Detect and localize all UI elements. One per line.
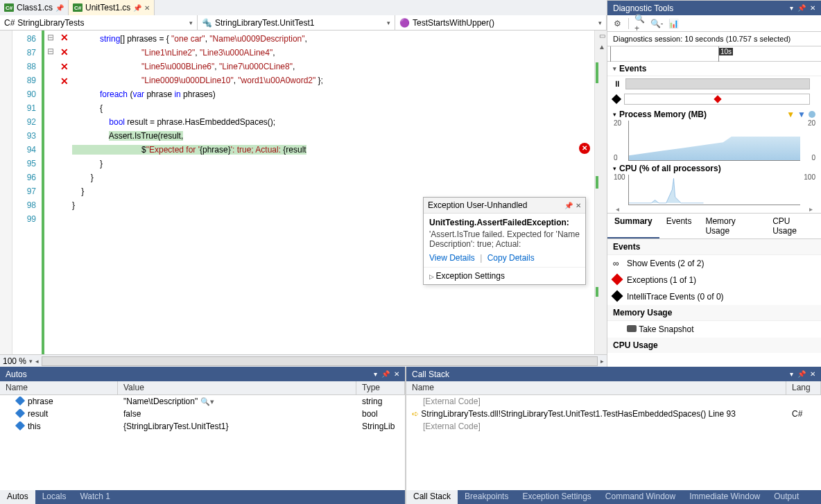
code-editor[interactable]: 8687888990919293949596979899 ⊟ ⊟ ✕ ✕ ✕✕ … [0, 31, 607, 354]
tab-breakpoints[interactable]: Breakpoints [458, 490, 515, 504]
horizontal-scrollbar[interactable] [42, 356, 598, 366]
take-snapshot-button[interactable]: Take Snapshot [607, 321, 821, 338]
scroll-right-icon[interactable]: ▸ [809, 205, 813, 213]
scroll-right-icon[interactable]: ▸ [600, 358, 604, 365]
col-name[interactable]: Name [406, 381, 786, 394]
events-icon: ∞ [613, 259, 621, 267]
csharp-icon: C# [73, 3, 83, 12]
pause-icon: ⏸ [613, 79, 621, 89]
window-position-icon[interactable]: ▾ [374, 370, 377, 378]
vertical-scrollbar[interactable]: ▭ ▲ [594, 31, 607, 354]
exceptions-link[interactable]: Exceptions (1 of 1) [607, 272, 821, 288]
tab-unittest1[interactable]: C# UnitTest1.cs 📌 ✕ [69, 0, 155, 15]
chevron-down-icon: ▾ [387, 19, 390, 26]
gear-icon[interactable]: ⚙ [612, 18, 623, 29]
col-type[interactable]: Type [356, 381, 405, 394]
memory-chart[interactable]: 20 0 20 0 [628, 121, 800, 161]
change-indicator [596, 287, 598, 297]
view-details-link[interactable]: View Details [429, 253, 475, 263]
tab-command-window[interactable]: Command Window [598, 490, 682, 504]
diag-tab-memory-usage[interactable]: Memory Usage [698, 214, 766, 238]
chevron-down-icon[interactable]: ▾ [29, 358, 33, 365]
stack-frame[interactable]: [External Code] [406, 395, 821, 408]
cpu-header: CPU Usage [607, 338, 821, 353]
window-position-icon[interactable]: ▾ [790, 370, 793, 378]
pin-icon[interactable]: 📌 [133, 4, 141, 12]
diag-tab-summary[interactable]: Summary [607, 214, 659, 238]
autos-columns: Name Value Type [0, 381, 405, 395]
variable-row[interactable]: this{StringLibraryTest.UnitTest1}StringL… [0, 420, 405, 433]
close-icon[interactable]: ✕ [144, 4, 150, 12]
events-section-header[interactable]: Events [607, 62, 821, 76]
show-events-link[interactable]: ∞Show Events (2 of 2) [607, 255, 821, 272]
pin-icon[interactable]: 📌 [564, 202, 573, 209]
snapshot-icon: ▼ [797, 110, 806, 119]
session-info: Diagnostics session: 10 seconds (10.757 … [607, 32, 821, 46]
close-icon[interactable]: ✕ [394, 370, 399, 378]
window-position-icon[interactable]: ▾ [790, 4, 793, 12]
reset-zoom-icon[interactable]: 📊 [668, 18, 679, 29]
close-icon[interactable]: ✕ [810, 370, 815, 378]
namespace-dropdown[interactable]: C# StringLibraryTests ▾ [0, 15, 198, 30]
dropdown-label: StringLibraryTests [17, 18, 84, 28]
close-icon[interactable]: ✕ [576, 202, 581, 209]
stack-frame[interactable]: [External Code] [406, 420, 821, 433]
error-icon[interactable]: ✕ [579, 143, 590, 154]
method-dropdown[interactable]: 🟣 TestStartsWithUpper() ▾ [395, 15, 607, 30]
stack-frame[interactable]: ➪ StringLibraryTests.dll!StringLibraryTe… [406, 408, 821, 420]
zoom-in-icon[interactable]: 🔍+ [634, 18, 646, 29]
tab-locals[interactable]: Locals [35, 490, 74, 504]
zoom-out-icon[interactable]: 🔍- [651, 18, 662, 29]
event-lane-intellitrace[interactable] [607, 92, 821, 107]
chevron-down-icon: ▾ [598, 19, 602, 26]
class-icon: 🔩 [202, 18, 212, 28]
outlining-margin[interactable]: ⊟ ⊟ [44, 31, 57, 354]
exception-settings-expander[interactable]: ▷ Exception Settings [424, 267, 585, 284]
timeline-ruler[interactable]: 10s [607, 46, 821, 62]
tab-output[interactable]: Output [767, 490, 806, 504]
scroll-left-icon[interactable]: ◂ [616, 205, 619, 213]
callstack-columns: Name Lang [406, 381, 821, 395]
autos-tabs: AutosLocalsWatch 1 [0, 490, 405, 504]
col-name[interactable]: Name [0, 381, 118, 394]
code-text[interactable]: string[] phrases = { "one car", "Name\u0… [72, 31, 594, 354]
tab-label: UnitTest1.cs [85, 3, 130, 12]
diagnostic-tools-panel: Diagnostic Tools ▾ 📌 ✕ ⚙ 🔍+ 🔍- 📊 Diagnos… [607, 0, 821, 367]
chevron-down-icon: ▾ [189, 19, 193, 26]
cpu-chart[interactable]: 100 100 [628, 175, 800, 205]
tab-class1[interactable]: C# Class1.cs 📌 [0, 0, 69, 15]
zoom-level[interactable]: 100 % [3, 356, 26, 366]
autos-grid[interactable]: phrase"Name\tDescription" 🔍▾stringresult… [0, 395, 405, 490]
tab-call-stack[interactable]: Call Stack [406, 490, 458, 504]
pin-icon[interactable]: 📌 [797, 4, 806, 12]
diag-tab-cpu-usage[interactable]: CPU Usage [766, 214, 821, 238]
scroll-up-icon[interactable]: ▲ [598, 43, 605, 51]
cpu-section-header[interactable]: CPU (% of all processors) [619, 164, 815, 173]
breakpoint-margin[interactable]: ✕ ✕ ✕✕ [57, 31, 72, 354]
intellitrace-link[interactable]: IntelliTrace Events (0 of 0) [607, 288, 821, 305]
pin-icon[interactable]: 📌 [797, 370, 806, 378]
pin-icon[interactable]: 📌 [381, 370, 390, 378]
tab-label: Class1.cs [17, 3, 53, 12]
diag-tab-events[interactable]: Events [659, 214, 699, 238]
tab-watch-1[interactable]: Watch 1 [73, 490, 117, 504]
variable-row[interactable]: resultfalsebool [0, 408, 405, 420]
col-value[interactable]: Value [118, 381, 356, 394]
callstack-grid[interactable]: [External Code]➪ StringLibraryTests.dll!… [406, 395, 821, 490]
close-icon[interactable]: ✕ [810, 4, 815, 12]
variable-row[interactable]: phrase"Name\tDescription" 🔍▾string [0, 395, 405, 408]
tab-autos[interactable]: Autos [0, 490, 35, 504]
event-lane-break[interactable]: ⏸ [607, 76, 821, 92]
panel-title-text: Call Stack [412, 370, 786, 379]
variable-icon [15, 422, 25, 431]
col-lang[interactable]: Lang [786, 381, 821, 394]
tab-exception-settings[interactable]: Exception Settings [515, 490, 598, 504]
class-dropdown[interactable]: 🔩 StringLibraryTest.UnitTest1 ▾ [198, 15, 395, 30]
copy-details-link[interactable]: Copy Details [487, 253, 535, 263]
split-icon[interactable]: ▭ [599, 32, 605, 40]
tab-immediate-window[interactable]: Immediate Window [682, 490, 767, 504]
magnifier-icon[interactable]: 🔍▾ [200, 397, 214, 406]
memory-section-header[interactable]: Process Memory (MB) [619, 110, 784, 119]
scroll-left-icon[interactable]: ◂ [35, 358, 39, 365]
pin-icon[interactable]: 📌 [55, 4, 64, 12]
